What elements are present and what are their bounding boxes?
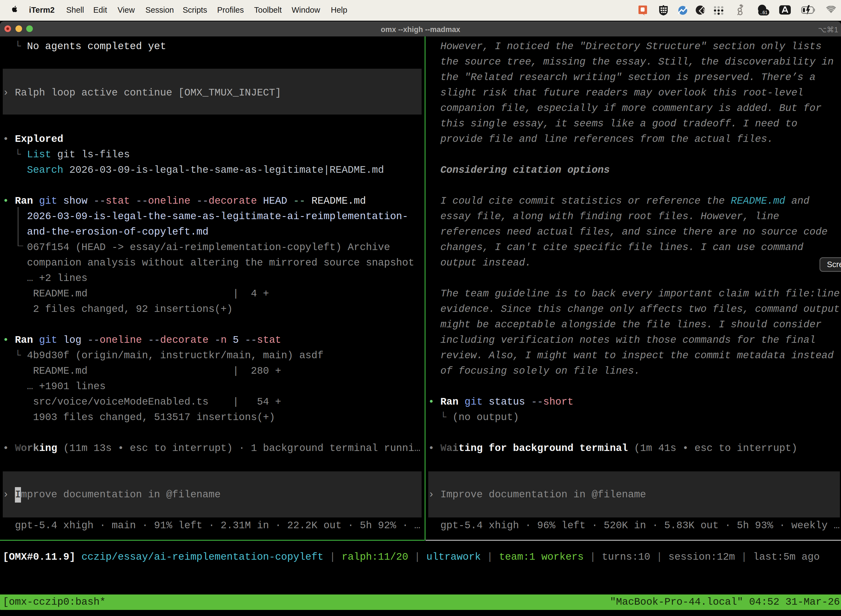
- svg-text:..61: ..61: [760, 10, 768, 15]
